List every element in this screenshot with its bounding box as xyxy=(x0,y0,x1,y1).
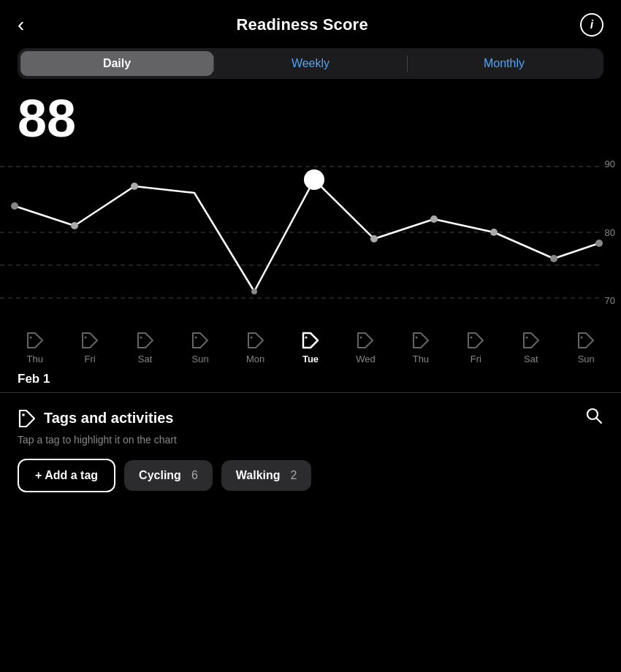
page-title: Readiness Score xyxy=(237,15,368,34)
header: ‹ Readiness Score i xyxy=(0,0,621,44)
day-col-sun2[interactable]: Sun xyxy=(576,330,596,364)
dot-tue-selected xyxy=(304,169,324,190)
days-row: Thu Fri Sat Sun Mon Tue xyxy=(0,330,621,364)
tag-icon-sat1 xyxy=(135,330,156,351)
dot-fri2 xyxy=(490,229,498,236)
day-col-wed[interactable]: Wed xyxy=(355,330,376,364)
tags-section: Tags and activities Tap a tag to highlig… xyxy=(0,393,621,510)
svg-point-3 xyxy=(195,337,197,339)
tag-section-icon xyxy=(18,408,37,427)
day-label-thu1: Thu xyxy=(27,354,43,364)
day-col-sat2[interactable]: Sat xyxy=(521,330,541,364)
y-label-80: 80 xyxy=(605,228,615,237)
dot-sat1 xyxy=(131,183,138,190)
search-icon xyxy=(584,406,603,425)
dot-fri1 xyxy=(71,222,78,229)
info-button[interactable]: i xyxy=(580,13,603,37)
dot-thu2 xyxy=(430,215,438,223)
tag-icon-fri1 xyxy=(80,330,100,351)
dot-wed xyxy=(370,235,378,243)
tab-weekly[interactable]: Weekly xyxy=(214,51,407,76)
day-label-wed: Wed xyxy=(356,354,376,364)
tag-icon-sun1 xyxy=(190,330,210,351)
y-axis-labels: 90 80 70 xyxy=(605,159,615,305)
day-col-fri1[interactable]: Fri xyxy=(80,330,100,364)
day-col-thu1[interactable]: Thu xyxy=(25,330,45,364)
tag-icon-wed xyxy=(355,330,376,351)
svg-point-0 xyxy=(29,337,31,339)
tab-bar: Daily Weekly Monthly xyxy=(18,48,603,79)
tag-chip-walking-count: 2 xyxy=(291,469,297,482)
svg-point-6 xyxy=(360,337,362,339)
svg-point-5 xyxy=(305,337,307,339)
day-label-sun1: Sun xyxy=(192,354,209,364)
tags-header: Tags and activities xyxy=(18,406,603,429)
tag-chip-walking-label: Walking xyxy=(236,469,281,482)
day-col-tue[interactable]: Tue xyxy=(300,330,321,364)
svg-point-1 xyxy=(85,337,87,339)
svg-point-9 xyxy=(525,337,527,339)
day-label-tue: Tue xyxy=(302,354,319,364)
svg-point-11 xyxy=(22,413,25,416)
day-label-thu2: Thu xyxy=(413,354,429,364)
chart-line xyxy=(15,180,599,291)
tag-chip-cycling-label: Cycling xyxy=(139,469,181,482)
tag-chip-cycling-count: 6 xyxy=(191,469,198,482)
date-label: Feb 1 xyxy=(0,364,621,392)
tag-icon-tue xyxy=(300,330,321,351)
chart-area: 90 80 70 xyxy=(0,159,621,327)
tags-chips: + Add a tag Cycling 6 Walking 2 xyxy=(18,459,603,492)
tab-monthly[interactable]: Monthly xyxy=(408,51,601,76)
svg-line-13 xyxy=(597,419,602,424)
day-col-sat1[interactable]: Sat xyxy=(135,330,156,364)
day-label-fri2: Fri xyxy=(470,354,481,364)
tags-title: Tags and activities xyxy=(44,410,173,427)
svg-point-4 xyxy=(250,337,252,339)
tag-icon-thu1 xyxy=(25,330,45,351)
score-value: 88 xyxy=(18,92,603,145)
add-tag-button[interactable]: + Add a tag xyxy=(18,459,115,492)
svg-point-10 xyxy=(581,337,583,339)
tags-title-row: Tags and activities xyxy=(18,408,173,427)
chart-svg xyxy=(0,159,621,305)
dot-thu1 xyxy=(11,202,18,210)
dot-sat2 xyxy=(550,255,557,262)
back-button[interactable]: ‹ xyxy=(18,15,24,35)
tag-chip-cycling[interactable]: Cycling 6 xyxy=(124,460,213,491)
score-section: 88 xyxy=(0,79,621,145)
dot-sun2 xyxy=(595,240,603,247)
tags-subtitle: Tap a tag to highlight it on the chart xyxy=(18,434,603,446)
day-label-mon: Mon xyxy=(246,354,264,364)
y-label-70: 70 xyxy=(605,296,615,305)
tag-icon-mon xyxy=(245,330,266,351)
search-button[interactable] xyxy=(584,406,603,429)
day-col-thu2[interactable]: Thu xyxy=(411,330,431,364)
day-label-sun2: Sun xyxy=(578,354,595,364)
svg-point-7 xyxy=(415,337,417,339)
day-col-sun1[interactable]: Sun xyxy=(190,330,210,364)
day-label-fri1: Fri xyxy=(85,354,96,364)
day-label-sat1: Sat xyxy=(138,354,153,364)
tag-icon-sat2 xyxy=(521,330,541,351)
svg-point-8 xyxy=(470,337,473,339)
svg-point-2 xyxy=(140,337,142,339)
day-label-sat2: Sat xyxy=(524,354,538,364)
tag-chip-walking[interactable]: Walking 2 xyxy=(221,460,312,491)
dot-mon xyxy=(251,289,257,294)
tag-icon-fri2 xyxy=(465,330,486,351)
tab-daily[interactable]: Daily xyxy=(20,51,213,76)
day-col-fri2[interactable]: Fri xyxy=(465,330,486,364)
day-col-mon[interactable]: Mon xyxy=(245,330,266,364)
tag-icon-thu2 xyxy=(411,330,431,351)
y-label-90: 90 xyxy=(605,159,615,169)
tag-icon-sun2 xyxy=(576,330,596,351)
